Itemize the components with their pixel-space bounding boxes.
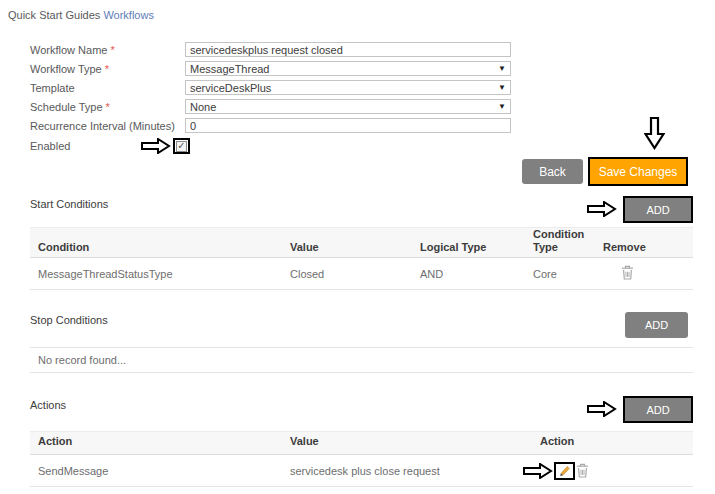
table-header-row: Action Value Action — [30, 431, 693, 455]
cell-action: SendMessage — [30, 465, 282, 477]
form-row-recurrence-interval: Recurrence Interval (Minutes) — [30, 118, 511, 133]
workflow-type-select[interactable]: MessageThread ▼ — [185, 61, 511, 76]
table-row: MessageThreadStatusType Closed AND Core — [30, 258, 693, 290]
workflow-form: Workflow Name* Workflow Type* MessageThr… — [30, 42, 511, 155]
actions-title: Actions — [30, 399, 66, 411]
arrow-down-icon — [644, 116, 665, 150]
workflow-name-input[interactable] — [185, 42, 511, 57]
chevron-down-icon: ▼ — [498, 65, 506, 73]
workflow-type-label: Workflow Type* — [30, 63, 185, 75]
checkmark-icon: ✓ — [177, 141, 185, 151]
chevron-down-icon: ▼ — [498, 84, 506, 92]
edit-pencil-icon[interactable] — [554, 462, 575, 480]
recurrence-interval-input[interactable] — [185, 118, 511, 133]
header-action-buttons: Action — [532, 435, 693, 454]
stop-conditions-add-button[interactable]: ADD — [625, 312, 688, 338]
required-marker: * — [105, 63, 109, 75]
form-row-workflow-name: Workflow Name* — [30, 42, 511, 57]
template-select[interactable]: serviceDeskPlus ▼ — [185, 80, 511, 95]
header-value: Value — [282, 241, 412, 260]
form-row-template: Template serviceDeskPlus ▼ — [30, 80, 511, 95]
cell-value: servicedesk plus close request — [282, 465, 532, 477]
cell-value: Closed — [282, 268, 412, 280]
arrow-right-icon — [586, 201, 617, 217]
breadcrumb-link-workflows[interactable]: Workflows — [103, 9, 154, 21]
stop-conditions-empty-message: No record found... — [30, 347, 693, 373]
arrow-right-icon — [586, 401, 617, 417]
form-row-workflow-type: Workflow Type* MessageThread ▼ — [30, 61, 511, 76]
required-marker: * — [106, 101, 110, 113]
cell-condition: MessageThreadStatusType — [30, 268, 282, 280]
start-conditions-title: Start Conditions — [30, 198, 108, 210]
enabled-label: Enabled — [30, 140, 140, 152]
arrow-right-icon — [140, 138, 171, 154]
trash-icon[interactable] — [576, 463, 589, 478]
cell-condition-type: Core — [525, 268, 595, 280]
form-row-enabled: Enabled ✓ — [30, 137, 511, 155]
header-action: Action — [30, 435, 282, 454]
workflow-type-selected-value: MessageThread — [190, 63, 270, 75]
schedule-type-selected-value: None — [190, 101, 216, 113]
actions-add-button[interactable]: ADD — [623, 396, 693, 423]
header-remove: Remove — [595, 241, 693, 260]
header-value: Value — [282, 435, 532, 454]
table-row: SendMessage servicedesk plus close reque… — [30, 455, 693, 487]
checkbox-highlight-outline: ✓ — [173, 138, 190, 154]
stop-conditions-title: Stop Conditions — [30, 314, 108, 326]
enabled-checkbox[interactable]: ✓ — [176, 141, 187, 152]
schedule-type-select[interactable]: None ▼ — [185, 99, 511, 114]
template-label: Template — [30, 82, 185, 94]
schedule-type-label: Schedule Type* — [30, 101, 185, 113]
arrow-right-icon — [522, 463, 553, 479]
start-conditions-table: Condition Value Logical Type Condition T… — [30, 227, 693, 290]
header-logical-type: Logical Type — [412, 241, 525, 260]
cell-logical-type: AND — [412, 268, 525, 280]
form-row-schedule-type: Schedule Type* None ▼ — [30, 99, 511, 114]
header-condition: Condition — [30, 241, 282, 260]
template-selected-value: serviceDeskPlus — [190, 82, 271, 94]
breadcrumb: Quick Start Guides Workflows — [8, 9, 154, 21]
table-header-row: Condition Value Logical Type Condition T… — [30, 227, 693, 258]
header-condition-type: Condition Type — [525, 228, 595, 259]
save-changes-button[interactable]: Save Changes — [588, 157, 688, 186]
row-action-icons — [522, 462, 675, 480]
back-button[interactable]: Back — [522, 159, 583, 184]
required-marker: * — [110, 44, 114, 56]
chevron-down-icon: ▼ — [498, 103, 506, 111]
start-conditions-add-button[interactable]: ADD — [623, 196, 693, 223]
recurrence-interval-label: Recurrence Interval (Minutes) — [30, 120, 185, 132]
workflow-name-label: Workflow Name* — [30, 44, 185, 56]
trash-icon[interactable] — [621, 265, 634, 280]
actions-table: Action Value Action SendMessage serviced… — [30, 431, 693, 487]
breadcrumb-static: Quick Start Guides — [8, 9, 100, 21]
